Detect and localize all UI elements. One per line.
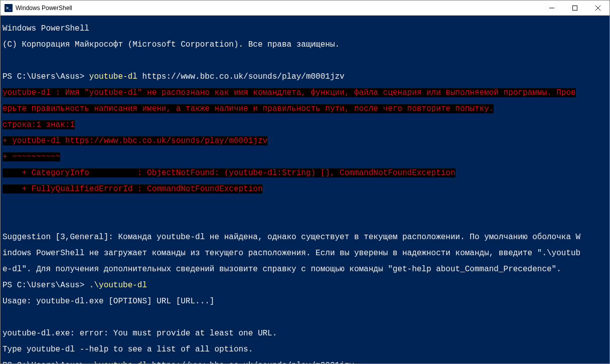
error-line: Type youtube-dl --help to see a list of …	[3, 345, 607, 353]
minimize-button[interactable]	[540, 1, 563, 15]
suggestion-line: e-dl". Для получения дополнительных свед…	[3, 265, 607, 273]
command: youtube-dl	[89, 72, 142, 81]
titlebar-left: >_ Windows PowerShell	[1, 4, 72, 12]
maximize-button[interactable]	[563, 1, 586, 15]
usage-line: Usage: youtube-dl.exe [OPTIONS] URL [URL…	[3, 297, 607, 305]
window-title: Windows PowerShell	[16, 5, 72, 12]
terminal-line: (C) Корпорация Майкрософт (Microsoft Cor…	[3, 41, 607, 49]
ps-prompt: PS C:\Users\Asus>	[3, 361, 89, 363]
command: .\youtube-dl	[89, 281, 147, 290]
terminal-area[interactable]: Windows PowerShell (C) Корпорация Майкро…	[1, 16, 609, 363]
command: .\youtube-dl	[89, 361, 152, 363]
close-button[interactable]	[586, 1, 609, 15]
terminal-prompt-line: PS C:\Users\Asus> .\youtube-dl https://w…	[3, 361, 607, 363]
terminal-blank	[3, 313, 607, 321]
error-line: + CategoryInfo : ObjectNotFound: (youtub…	[3, 169, 607, 177]
error-line: + ~~~~~~~~~~	[3, 153, 607, 161]
powershell-window: >_ Windows PowerShell Windows PowerShell…	[0, 0, 610, 364]
error-line: ерьте правильность написания имени, а та…	[3, 105, 607, 113]
ps-prompt: PS C:\Users\Asus>	[3, 281, 89, 290]
command-arg: https://www.bbc.co.uk/sounds/play/m0001j…	[152, 361, 354, 363]
error-line: + youtube-dl https://www.bbc.co.uk/sound…	[3, 137, 607, 145]
error-line: строка:1 знак:1	[3, 121, 607, 129]
error-line: + FullyQualifiedErrorId : CommandNotFoun…	[3, 185, 607, 193]
command-arg: https://www.bbc.co.uk/sounds/play/m0001j…	[142, 72, 344, 81]
terminal-blank	[3, 217, 607, 225]
suggestion-line: indows PowerShell не загружает команды и…	[3, 249, 607, 257]
window-controls	[540, 1, 609, 15]
svg-rect-1	[573, 6, 577, 10]
terminal-blank	[3, 57, 607, 65]
error-line: youtube-dl : Имя "youtube-dl" не распозн…	[3, 89, 607, 97]
error-line: youtube-dl.exe: error: You must provide …	[3, 329, 607, 337]
terminal-prompt-line: PS C:\Users\Asus> .\youtube-dl	[3, 281, 607, 289]
suggestion-line: Suggestion [3,General]: Команда youtube-…	[3, 233, 607, 241]
terminal-prompt-line: PS C:\Users\Asus> youtube-dl https://www…	[3, 73, 607, 81]
powershell-icon: >_	[5, 4, 13, 12]
terminal-line: Windows PowerShell	[3, 25, 607, 33]
ps-prompt: PS C:\Users\Asus>	[3, 72, 89, 81]
terminal-blank	[3, 201, 607, 209]
titlebar[interactable]: >_ Windows PowerShell	[1, 1, 609, 16]
